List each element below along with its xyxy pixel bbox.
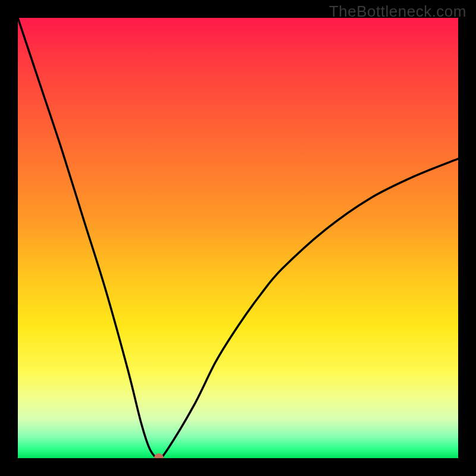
chart-frame: TheBottleneck.com	[0, 0, 476, 476]
plot-area	[18, 18, 458, 458]
watermark-text: TheBottleneck.com	[329, 2, 466, 21]
bottleneck-curve	[18, 18, 458, 458]
